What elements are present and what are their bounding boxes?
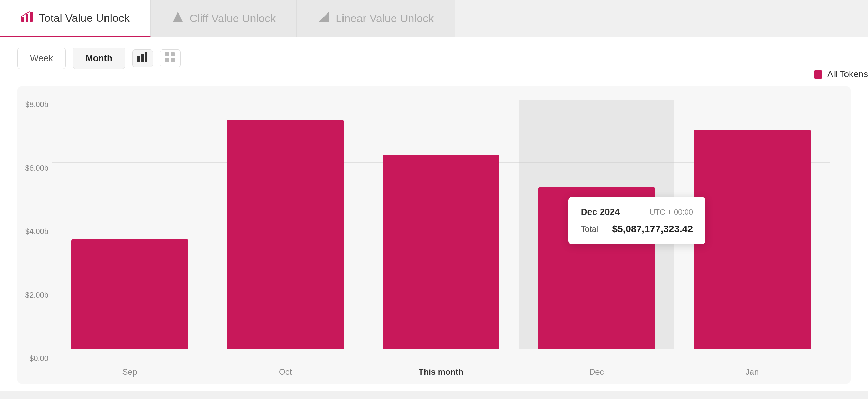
legend-label: All Tokens <box>827 69 868 80</box>
svg-rect-9 <box>171 52 175 56</box>
tab-linear-label: Linear Value Unlock <box>336 12 434 25</box>
chart-container: $8.00b $6.00b $4.00b $2.00b $0.00 <box>17 86 851 384</box>
bar-group-sep <box>52 100 208 349</box>
tab-total-value-unlock[interactable]: Total Value Unlock <box>0 0 151 37</box>
y-label-0: $0.00 <box>29 354 48 363</box>
svg-rect-8 <box>165 52 169 56</box>
week-period-button[interactable]: Week <box>17 48 66 69</box>
bar-jan[interactable] <box>694 130 810 349</box>
bar-group-oct <box>208 100 363 349</box>
tab-cliff-value-unlock[interactable]: Cliff Value Unlock <box>151 0 297 37</box>
svg-marker-4 <box>319 12 329 22</box>
tab-cliff-label: Cliff Value Unlock <box>190 12 276 25</box>
legend-dot <box>814 70 822 79</box>
main-container: Total Value Unlock Cliff Value Unlock Li… <box>0 0 868 391</box>
svg-marker-3 <box>173 12 183 22</box>
x-label-oct: Oct <box>208 367 363 377</box>
svg-rect-11 <box>171 58 175 62</box>
bars-area <box>52 100 830 349</box>
bar-chart-icon <box>137 52 148 64</box>
chart-up-icon <box>21 10 33 26</box>
svg-rect-0 <box>21 17 24 22</box>
bar-chart-type-button[interactable] <box>132 49 153 67</box>
tooltip: Dec 2024 UTC + 00:00 Total $5,087,177,32… <box>568 197 705 244</box>
tooltip-row: Total $5,087,177,323.42 <box>581 224 693 235</box>
svg-rect-5 <box>137 56 140 62</box>
x-label-dec: Dec <box>519 367 674 377</box>
x-axis: Sep Oct This month Dec Jan <box>52 367 830 377</box>
grid-chart-icon <box>165 52 175 64</box>
bar-sep[interactable] <box>71 239 188 349</box>
svg-rect-6 <box>141 54 144 62</box>
linear-icon <box>318 11 330 26</box>
controls-bar: Week Month <box>0 37 868 79</box>
svg-rect-10 <box>165 58 169 62</box>
x-label-sep: Sep <box>52 367 208 377</box>
tab-bar: Total Value Unlock Cliff Value Unlock Li… <box>0 0 868 37</box>
chart-wrapper: All Tokens $8.00b $6.00b $4.00b $2.00b $… <box>0 79 868 391</box>
tooltip-value: $5,087,177,323.42 <box>612 224 693 235</box>
svg-rect-2 <box>30 12 33 22</box>
x-label-jan: Jan <box>674 367 830 377</box>
svg-rect-1 <box>26 14 28 22</box>
y-label-8: $8.00b <box>25 100 48 109</box>
bar-group-this-month <box>363 100 519 349</box>
chart-legend: All Tokens <box>814 69 868 80</box>
y-label-4: $4.00b <box>25 227 48 236</box>
month-period-button[interactable]: Month <box>73 48 125 69</box>
tooltip-label: Total <box>581 224 599 234</box>
y-label-2: $2.00b <box>25 291 48 300</box>
tooltip-date: Dec 2024 <box>581 207 620 217</box>
cliff-icon <box>172 11 184 26</box>
x-label-this-month: This month <box>363 367 519 377</box>
tab-linear-value-unlock[interactable]: Linear Value Unlock <box>297 0 455 37</box>
bar-this-month[interactable] <box>383 155 499 349</box>
tooltip-header: Dec 2024 UTC + 00:00 <box>581 207 693 217</box>
y-axis: $8.00b $6.00b $4.00b $2.00b $0.00 <box>17 100 52 363</box>
tab-total-label: Total Value Unlock <box>39 12 130 25</box>
grid-chart-type-button[interactable] <box>160 49 181 67</box>
svg-rect-7 <box>145 52 147 62</box>
tooltip-timezone: UTC + 00:00 <box>650 208 693 217</box>
y-label-6: $6.00b <box>25 164 48 173</box>
bar-oct[interactable] <box>227 120 344 349</box>
